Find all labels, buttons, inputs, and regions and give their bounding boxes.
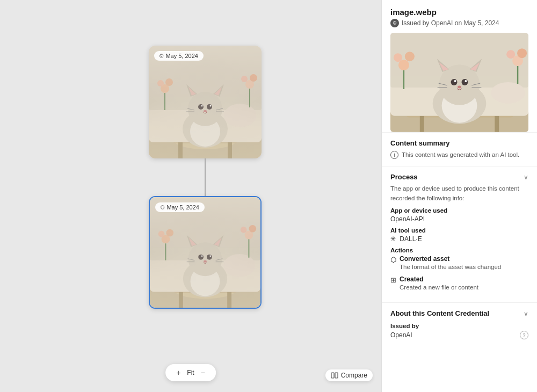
action2-text: Created Created a new file or content [400,275,528,292]
compare-button[interactable]: Compare [325,369,373,381]
svg-point-8 [224,104,256,127]
svg-point-16 [198,104,204,110]
svg-rect-72 [495,116,499,132]
issued-by-value: OpenAI [390,331,412,339]
svg-point-27 [165,78,173,86]
svg-point-18 [201,105,203,107]
content-summary-row: i This content was generated with an AI … [390,150,528,159]
svg-point-83 [451,79,458,85]
about-title: About this Content Credential [390,309,489,318]
action2-desc: Created a new file or content [400,283,528,292]
svg-rect-38 [227,292,231,308]
fit-label: Fit [184,368,197,378]
svg-point-94 [405,52,415,61]
about-section-header: About this Content Credential ∨ [390,309,528,318]
process-description: The app or device used to produce this c… [390,184,528,203]
top-date-badge: © May 5, 2024 [154,51,204,61]
top-image-node[interactable]: © May 5, 2024 [149,46,262,158]
canvas-content: © May 5, 2024 [0,0,381,392]
action2-item: ⊞ Created Created a new file or content [390,275,528,292]
process-chevron-icon[interactable]: ∨ [524,173,528,181]
canvas-area: © May 5, 2024 [0,0,381,392]
svg-point-59 [158,231,165,237]
action1-item: ⬡ Converted asset The format of the asse… [390,255,528,271]
svg-point-49 [198,255,204,260]
svg-point-50 [207,255,212,260]
top-cat-svg [149,46,262,158]
action1-desc: The format of the asset was changed [400,263,528,271]
svg-rect-37 [179,292,183,308]
top-date-label: May 5, 2024 [165,53,198,59]
svg-rect-66 [331,373,334,378]
process-section: Process ∨ The app or device used to prod… [382,166,537,302]
bottom-date-label: May 5, 2024 [166,204,199,210]
content-summary-text: This content was generated with an AI to… [402,150,519,159]
compare-label: Compare [341,372,367,379]
top-cat-image [149,46,262,158]
zoom-out-button[interactable]: − [198,367,208,378]
bottom-toolbar: + Fit − [165,364,216,381]
about-chevron-icon[interactable]: ∨ [524,310,528,317]
action2-title: Created [400,275,528,283]
right-panel: image.webp © Issued by OpenAI on May 5, … [381,0,537,392]
svg-point-64 [249,225,256,233]
app-label: App or device used [390,207,528,214]
help-icon[interactable]: ? [520,331,528,339]
svg-point-53 [204,260,207,263]
svg-point-84 [461,79,468,85]
svg-point-26 [157,80,164,86]
svg-point-86 [465,80,467,82]
issued-text: Issued by OpenAI on May 5, 2024 [402,19,499,27]
svg-point-63 [241,227,247,233]
svg-rect-4 [178,142,183,158]
connector-line [205,158,206,196]
actions-label: Actions [390,247,528,253]
bottom-image-node[interactable]: © May 5, 2024 [149,196,262,309]
svg-point-11 [188,92,222,126]
action1-title: Converted asset [400,255,528,263]
svg-point-75 [491,82,525,104]
action1-icon: ⬡ [390,256,396,264]
svg-point-60 [166,229,173,237]
zoom-in-button[interactable]: + [173,367,184,378]
svg-point-52 [209,255,211,257]
svg-point-87 [458,85,461,88]
svg-point-31 [250,74,257,82]
app-value: OpenAI-API [390,215,528,223]
issued-line: © Issued by OpenAI on May 5, 2024 [390,19,528,27]
svg-point-98 [517,48,527,58]
issued-by-label: Issued by [390,323,528,329]
bottom-cat-image [150,197,260,308]
compare-icon [331,372,338,379]
svg-point-19 [210,105,212,107]
svg-point-97 [506,50,515,59]
info-icon: i [390,151,398,159]
svg-point-93 [394,53,402,62]
svg-rect-5 [228,142,232,158]
process-title: Process [390,173,418,181]
svg-point-44 [188,242,222,276]
thumbnail-svg [390,33,528,132]
svg-point-92 [398,60,409,70]
svg-point-30 [241,76,248,82]
cr-badge-icon: © [390,19,399,27]
bottom-date-badge: © May 5, 2024 [155,202,205,212]
ai-tool-icon: ✳ [390,235,396,243]
ai-tool-value: ✳ DALL·E [390,235,528,243]
action2-icon: ⊞ [390,276,396,284]
thumbnail-section: image.webp © Issued by OpenAI on May 5, … [382,0,537,132]
svg-point-85 [454,80,456,82]
ai-tool-label: AI tool used [390,227,528,234]
file-title: image.webp [390,8,528,17]
top-cr-icon: © [159,53,163,59]
action1-text: Converted asset The format of the asset … [400,255,528,271]
thumbnail-image [390,33,528,132]
about-section: About this Content Credential ∨ Issued b… [382,302,537,346]
svg-rect-67 [335,373,338,378]
process-section-header: Process ∨ [390,173,528,181]
content-summary-title: Content summary [390,139,528,147]
svg-rect-71 [420,116,424,132]
svg-point-20 [204,110,207,112]
content-summary-section: Content summary i This content was gener… [382,132,537,166]
svg-point-41 [223,254,255,277]
